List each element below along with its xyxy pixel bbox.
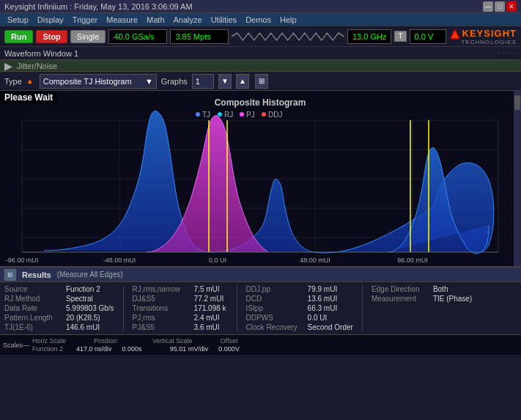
result-value: Both [433, 285, 448, 293]
menu-demos[interactable]: Demos [241, 13, 276, 26]
results-row: DDPWS0.0 UI [246, 314, 353, 322]
jitter-expand-icon[interactable]: ▶ [4, 60, 12, 72]
result-key: Transitions [133, 304, 191, 312]
graphs-label: Graphs [161, 77, 188, 86]
histogram-chart: -96.00 mUI -48.00 mUI 0.0 UI 48.00 mUI 9… [0, 91, 499, 267]
close-button[interactable]: ✕ [506, 1, 517, 12]
result-key: Clock Recovery [246, 323, 305, 331]
stop-button[interactable]: Stop [36, 30, 67, 43]
type-dropdown[interactable]: Composite TJ Histogram ▼ [40, 74, 157, 89]
results-row: DJ&S577.2 mUI [133, 295, 228, 303]
svg-text:Composite Histogram: Composite Histogram [215, 97, 306, 108]
svg-text:-48.00 mUI: -48.00 mUI [103, 257, 136, 264]
results-header: ⊞ Results (Measure All Edges) [0, 268, 521, 282]
waveform-bar: Waveform Window 1 · · · · · [0, 47, 521, 60]
svg-text:0.0 UI: 0.0 UI [209, 257, 226, 264]
vert-scale-val: 95.01 mV/div [170, 345, 209, 353]
result-value: 77.2 mUI [194, 295, 224, 303]
horiz-scale-key: Horiz Scale [32, 337, 66, 345]
chart-scrollbar[interactable] [514, 91, 521, 266]
run-button[interactable]: Run [4, 30, 33, 43]
jitter-bar: ▶ Jitter/Noise [0, 60, 521, 72]
result-key: Data Rate [4, 304, 63, 312]
waveform-dots: · · · · · [498, 49, 517, 57]
scale-bar: Scales— Horiz Scale Position Vertical Sc… [0, 334, 521, 355]
svg-text:96.00 mUI: 96.00 mUI [397, 257, 428, 264]
result-key: DJ&S5 [133, 295, 191, 303]
menu-trigger[interactable]: Trigger [68, 13, 102, 26]
graphs-count[interactable]: 1 [192, 74, 214, 89]
minimize-button[interactable]: — [483, 1, 493, 12]
result-key: RJ,rms,narrow [133, 285, 191, 293]
result-key: Edge Direction [372, 285, 430, 293]
result-value: 20 (K28.5) [66, 314, 100, 322]
results-row: Clock RecoverySecond Order [246, 323, 353, 331]
sample-rate-field[interactable]: 40.0 GSa/s [108, 29, 167, 44]
offset-key: Offset [221, 337, 238, 345]
result-value: 0.0 UI [308, 314, 328, 322]
position-spacer [120, 337, 149, 345]
volt-field[interactable]: 0.0 V [410, 29, 446, 44]
single-button[interactable]: Single [70, 30, 106, 43]
result-value: 3.6 mUI [194, 323, 220, 331]
result-key: ISIpp [246, 304, 305, 312]
vert-scale-key: Vertical Scale [152, 337, 193, 345]
result-key: PJ,rms [133, 314, 191, 322]
layout-icon-btn[interactable]: ⊞ [255, 74, 268, 89]
scale-row-values: Function 2 417.0 ns/div 0.000s 95.01 mV/… [32, 345, 240, 353]
horiz-scale-val: 417.0 ns/div [76, 345, 112, 353]
menu-bar: Setup Display Trigger Measure Math Analy… [0, 13, 521, 26]
results-row: Edge DirectionBoth [372, 285, 472, 293]
graphs-up-btn[interactable]: ▲ [236, 74, 249, 89]
chart-area: Please Wait [0, 91, 521, 267]
results-content: SourceFunction 2RJ MethodSpectralData Ra… [0, 282, 521, 334]
horiz-scale-spacer [69, 337, 91, 345]
results-row: Pattern Length20 (K28.5) [4, 314, 114, 322]
freq-field[interactable]: 13.0 GHz [347, 29, 391, 44]
result-key: TJ(1E-6) [4, 323, 63, 331]
scales-label: Scales— [3, 342, 29, 349]
result-key: Source [4, 285, 63, 293]
result-value: 79.9 mUI [308, 285, 338, 293]
results-col-3: DDJ,pp79.9 mUIDCD13.6 mUIISIpp66.3 mUIDD… [246, 285, 353, 331]
menu-display[interactable]: Display [33, 13, 68, 26]
result-value: TIE (Phase) [433, 295, 472, 303]
svg-text:48.00 mUI: 48.00 mUI [300, 257, 330, 264]
results-row: RJ MethodSpectral [4, 295, 114, 303]
graphs-down-btn[interactable]: ▼ [218, 74, 232, 89]
results-col-2: RJ,rms,narrow7.5 mUIDJ&S577.2 mUITransit… [133, 285, 228, 331]
svg-point-26 [218, 112, 222, 117]
position-key: Position [94, 337, 117, 345]
menu-measure[interactable]: Measure [102, 13, 142, 26]
svg-point-28 [240, 112, 244, 117]
results-row: PJ,rms2.4 mUI [133, 314, 228, 322]
results-row: RJ,rms,narrow7.5 mUI [133, 285, 228, 293]
result-key: DDPWS [246, 314, 305, 322]
mem-depth-field[interactable]: 3.85 Mpts [170, 29, 229, 44]
menu-analyze[interactable]: Analyze [169, 13, 207, 26]
scrollbar-thumb[interactable] [514, 95, 520, 110]
type-label: Type [4, 77, 22, 86]
results-divider-2 [237, 285, 237, 331]
results-divider-1 [123, 285, 124, 331]
result-key: RJ Method [4, 295, 63, 303]
svg-text:PJ: PJ [246, 111, 255, 119]
freq-unit-btn[interactable]: T [394, 31, 406, 42]
menu-setup[interactable]: Setup [3, 13, 33, 26]
keysight-logo: KEYSIGHT TECHNOLOGIES [449, 28, 517, 45]
offset-val: 0.000V [218, 345, 240, 353]
app-title: Keysight Infiniium : Friday, May 13, 201… [4, 2, 193, 11]
keysight-brand: KEYSIGHT [462, 28, 517, 39]
svg-text:TJ: TJ [202, 111, 210, 119]
menu-utilities[interactable]: Utilities [207, 13, 241, 26]
menu-help[interactable]: Help [276, 13, 301, 26]
results-icon: ⊞ [4, 269, 16, 281]
results-col-4: Edge DirectionBothMeasurementTIE (Phase) [372, 285, 472, 331]
menu-math[interactable]: Math [142, 13, 169, 26]
result-value: 66.3 mUI [308, 304, 338, 312]
results-divider-3 [362, 285, 363, 331]
results-row: DDJ,pp79.9 mUI [246, 285, 353, 293]
maximize-button[interactable]: □ [495, 1, 505, 12]
result-key: PJ&S5 [133, 323, 191, 331]
result-key: Pattern Length [4, 314, 63, 322]
